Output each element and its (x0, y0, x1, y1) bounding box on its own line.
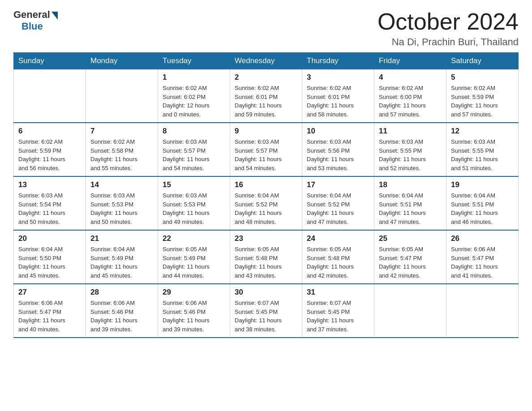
calendar-cell: 13Sunrise: 6:03 AM Sunset: 5:54 PM Dayli… (14, 176, 86, 230)
day-info: Sunrise: 6:02 AM Sunset: 6:01 PM Dayligh… (235, 84, 297, 119)
day-info: Sunrise: 6:06 AM Sunset: 5:46 PM Dayligh… (90, 299, 153, 334)
day-info: Sunrise: 6:07 AM Sunset: 5:45 PM Dayligh… (235, 299, 297, 334)
logo-blue-text: Blue (21, 21, 43, 32)
day-info: Sunrise: 6:06 AM Sunset: 5:46 PM Dayligh… (163, 299, 225, 334)
day-info: Sunrise: 6:04 AM Sunset: 5:52 PM Dayligh… (235, 191, 297, 226)
day-number: 29 (163, 288, 225, 297)
day-header-saturday: Saturday (446, 53, 519, 69)
day-info: Sunrise: 6:03 AM Sunset: 5:53 PM Dayligh… (90, 191, 153, 226)
title-area: October 2024 Na Di, Prachin Buri, Thaila… (378, 9, 519, 48)
calendar-cell: 14Sunrise: 6:03 AM Sunset: 5:53 PM Dayli… (86, 176, 158, 230)
day-number: 6 (18, 127, 81, 136)
calendar-cell: 30Sunrise: 6:07 AM Sunset: 5:45 PM Dayli… (230, 284, 302, 338)
calendar-cell: 25Sunrise: 6:05 AM Sunset: 5:47 PM Dayli… (374, 230, 446, 284)
calendar-cell (14, 69, 86, 123)
day-header-wednesday: Wednesday (230, 53, 302, 69)
calendar-cell: 27Sunrise: 6:06 AM Sunset: 5:47 PM Dayli… (14, 284, 86, 338)
day-info: Sunrise: 6:04 AM Sunset: 5:51 PM Dayligh… (451, 191, 514, 226)
day-number: 12 (451, 127, 514, 136)
logo: General Blue (13, 9, 58, 32)
day-number: 7 (90, 127, 153, 136)
calendar-cell: 26Sunrise: 6:06 AM Sunset: 5:47 PM Dayli… (446, 230, 519, 284)
calendar-week-3: 13Sunrise: 6:03 AM Sunset: 5:54 PM Dayli… (14, 176, 519, 230)
day-number: 1 (163, 73, 225, 82)
day-number: 20 (18, 234, 81, 243)
calendar-cell: 10Sunrise: 6:03 AM Sunset: 5:56 PM Dayli… (302, 123, 374, 176)
day-number: 18 (379, 180, 442, 189)
calendar-cell: 11Sunrise: 6:03 AM Sunset: 5:55 PM Dayli… (374, 123, 446, 176)
calendar-cell: 5Sunrise: 6:02 AM Sunset: 5:59 PM Daylig… (446, 69, 519, 123)
day-info: Sunrise: 6:02 AM Sunset: 5:59 PM Dayligh… (18, 137, 81, 172)
day-number: 9 (235, 127, 297, 136)
calendar-cell: 16Sunrise: 6:04 AM Sunset: 5:52 PM Dayli… (230, 176, 302, 230)
day-info: Sunrise: 6:05 AM Sunset: 5:48 PM Dayligh… (307, 245, 369, 280)
day-info: Sunrise: 6:04 AM Sunset: 5:51 PM Dayligh… (379, 191, 442, 226)
day-number: 2 (235, 73, 297, 82)
day-number: 17 (307, 180, 369, 189)
calendar-cell: 3Sunrise: 6:02 AM Sunset: 6:01 PM Daylig… (302, 69, 374, 123)
calendar-header-row: SundayMondayTuesdayWednesdayThursdayFrid… (14, 53, 519, 69)
day-info: Sunrise: 6:06 AM Sunset: 5:47 PM Dayligh… (451, 245, 514, 280)
location-text: Na Di, Prachin Buri, Thailand (378, 36, 519, 48)
day-info: Sunrise: 6:03 AM Sunset: 5:53 PM Dayligh… (163, 191, 225, 226)
day-info: Sunrise: 6:05 AM Sunset: 5:47 PM Dayligh… (379, 245, 442, 280)
calendar-cell: 8Sunrise: 6:03 AM Sunset: 5:57 PM Daylig… (158, 123, 230, 176)
day-info: Sunrise: 6:02 AM Sunset: 5:59 PM Dayligh… (451, 84, 514, 119)
calendar-cell: 21Sunrise: 6:04 AM Sunset: 5:49 PM Dayli… (86, 230, 158, 284)
day-info: Sunrise: 6:05 AM Sunset: 5:49 PM Dayligh… (163, 245, 225, 280)
day-number: 15 (163, 180, 225, 189)
calendar-cell: 6Sunrise: 6:02 AM Sunset: 5:59 PM Daylig… (14, 123, 86, 176)
calendar-cell: 12Sunrise: 6:03 AM Sunset: 5:55 PM Dayli… (446, 123, 519, 176)
calendar-cell: 31Sunrise: 6:07 AM Sunset: 5:45 PM Dayli… (302, 284, 374, 338)
day-info: Sunrise: 6:07 AM Sunset: 5:45 PM Dayligh… (307, 299, 369, 334)
day-number: 11 (379, 127, 442, 136)
day-number: 13 (18, 180, 81, 189)
day-number: 5 (451, 73, 514, 82)
day-number: 19 (451, 180, 514, 189)
calendar-week-1: 1Sunrise: 6:02 AM Sunset: 6:02 PM Daylig… (14, 69, 519, 123)
month-title: October 2024 (378, 9, 519, 34)
day-header-sunday: Sunday (14, 53, 86, 69)
day-info: Sunrise: 6:03 AM Sunset: 5:57 PM Dayligh… (163, 137, 225, 172)
day-number: 16 (235, 180, 297, 189)
calendar-cell (86, 69, 158, 123)
calendar-cell: 22Sunrise: 6:05 AM Sunset: 5:49 PM Dayli… (158, 230, 230, 284)
day-info: Sunrise: 6:03 AM Sunset: 5:56 PM Dayligh… (307, 137, 369, 172)
day-number: 8 (163, 127, 225, 136)
logo-arrow-icon (51, 12, 58, 20)
day-info: Sunrise: 6:02 AM Sunset: 6:00 PM Dayligh… (379, 84, 442, 119)
calendar-cell: 9Sunrise: 6:03 AM Sunset: 5:57 PM Daylig… (230, 123, 302, 176)
calendar-cell: 28Sunrise: 6:06 AM Sunset: 5:46 PM Dayli… (86, 284, 158, 338)
day-number: 27 (18, 288, 81, 297)
day-number: 14 (90, 180, 153, 189)
day-number: 24 (307, 234, 369, 243)
day-number: 25 (379, 234, 442, 243)
calendar-week-2: 6Sunrise: 6:02 AM Sunset: 5:59 PM Daylig… (14, 123, 519, 176)
day-info: Sunrise: 6:03 AM Sunset: 5:57 PM Dayligh… (235, 137, 297, 172)
day-number: 30 (235, 288, 297, 297)
calendar-cell: 2Sunrise: 6:02 AM Sunset: 6:01 PM Daylig… (230, 69, 302, 123)
day-number: 22 (163, 234, 225, 243)
calendar-cell (446, 284, 519, 338)
day-number: 4 (379, 73, 442, 82)
day-number: 23 (235, 234, 297, 243)
day-info: Sunrise: 6:04 AM Sunset: 5:52 PM Dayligh… (307, 191, 369, 226)
day-info: Sunrise: 6:04 AM Sunset: 5:49 PM Dayligh… (90, 245, 153, 280)
day-info: Sunrise: 6:03 AM Sunset: 5:55 PM Dayligh… (379, 137, 442, 172)
day-info: Sunrise: 6:03 AM Sunset: 5:54 PM Dayligh… (18, 191, 81, 226)
calendar-week-5: 27Sunrise: 6:06 AM Sunset: 5:47 PM Dayli… (14, 284, 519, 338)
page-header: General Blue October 2024 Na Di, Prachin… (13, 9, 519, 48)
day-header-thursday: Thursday (302, 53, 374, 69)
day-number: 3 (307, 73, 369, 82)
logo-general-text: General (13, 9, 50, 21)
calendar-cell: 20Sunrise: 6:04 AM Sunset: 5:50 PM Dayli… (14, 230, 86, 284)
day-number: 28 (90, 288, 153, 297)
calendar-cell: 15Sunrise: 6:03 AM Sunset: 5:53 PM Dayli… (158, 176, 230, 230)
day-number: 10 (307, 127, 369, 136)
day-info: Sunrise: 6:03 AM Sunset: 5:55 PM Dayligh… (451, 137, 514, 172)
day-header-friday: Friday (374, 53, 446, 69)
calendar-cell: 19Sunrise: 6:04 AM Sunset: 5:51 PM Dayli… (446, 176, 519, 230)
calendar-cell: 24Sunrise: 6:05 AM Sunset: 5:48 PM Dayli… (302, 230, 374, 284)
calendar-cell: 7Sunrise: 6:02 AM Sunset: 5:58 PM Daylig… (86, 123, 158, 176)
day-number: 31 (307, 288, 369, 297)
